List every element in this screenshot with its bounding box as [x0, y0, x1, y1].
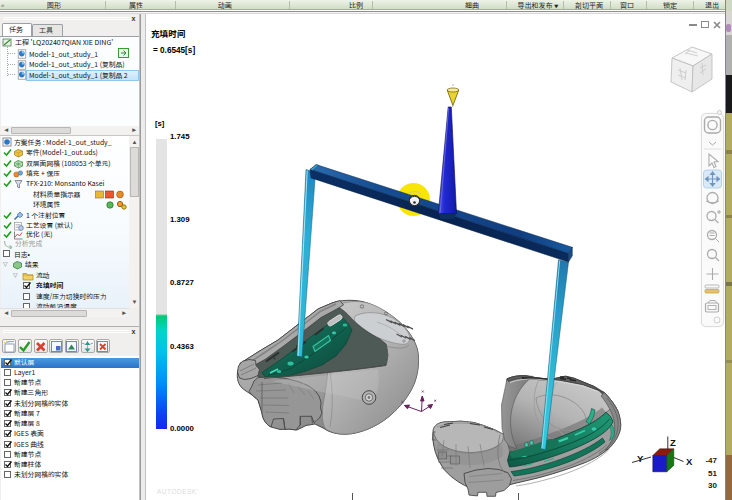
svg-text:X: X [686, 456, 693, 467]
svg-text:Y: Y [637, 453, 644, 464]
svg-text:Z: Z [670, 437, 676, 448]
